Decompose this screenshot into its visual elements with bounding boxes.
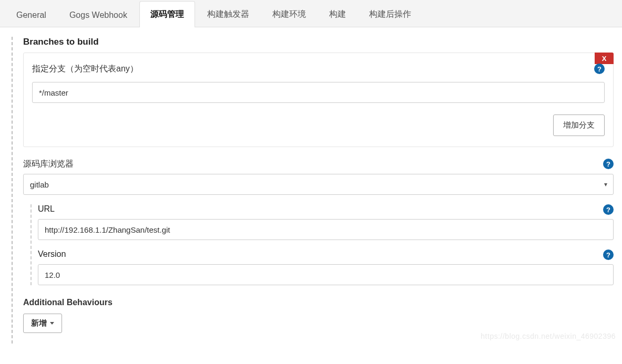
tab-scm[interactable]: 源码管理	[139, 1, 195, 27]
branch-specifier-input[interactable]	[32, 82, 605, 103]
delete-branch-button[interactable]: X	[595, 53, 614, 64]
tab-post-build[interactable]: 构建后操作	[358, 1, 422, 27]
tab-build-env[interactable]: 构建环境	[261, 1, 317, 27]
repo-browser-url-input[interactable]	[38, 219, 614, 240]
url-label: URL	[38, 204, 614, 214]
add-behaviour-label: 新增	[31, 318, 47, 328]
caret-down-icon	[50, 322, 54, 325]
branch-specifier-label: 指定分支（为空时代表any）	[32, 64, 605, 75]
tab-build-triggers[interactable]: 构建触发器	[196, 1, 260, 27]
add-branch-button[interactable]: 增加分支	[553, 115, 605, 136]
watermark-text: https://blog.csdn.net/weixin_46902396	[481, 332, 616, 340]
help-icon[interactable]	[603, 159, 614, 169]
version-label: Version	[38, 249, 614, 259]
repo-browser-fields: URL Version	[23, 204, 614, 285]
tab-build[interactable]: 构建	[318, 1, 357, 27]
repo-browser-version-input[interactable]	[38, 264, 614, 285]
repo-browser-select[interactable]: gitlab	[23, 174, 614, 195]
add-behaviour-button[interactable]: 新增	[23, 314, 62, 333]
help-icon[interactable]	[603, 249, 614, 260]
tab-gogs-webhook[interactable]: Gogs Webhook	[58, 3, 138, 27]
additional-behaviours-section: Additional Behaviours 新增	[23, 298, 614, 333]
close-icon: X	[602, 55, 607, 63]
repo-browser-section: 源码库浏览器 gitlab ▾ URL Version	[23, 159, 614, 285]
branch-specifier-panel: X 指定分支（为空时代表any） 增加分支	[23, 53, 614, 147]
config-tabs: General Gogs Webhook 源码管理 构建触发器 构建环境 构建 …	[0, 0, 622, 27]
section-guide-line	[12, 37, 13, 344]
help-icon[interactable]	[594, 64, 605, 74]
repo-browser-title: 源码库浏览器	[23, 159, 74, 168]
branches-title: Branches to build	[23, 37, 622, 47]
scm-body: Branches to build X 指定分支（为空时代表any） 增加分支 …	[0, 37, 622, 344]
additional-behaviours-title: Additional Behaviours	[23, 298, 614, 307]
repo-browser-select-wrap: gitlab ▾	[23, 174, 614, 195]
help-icon[interactable]	[603, 204, 614, 215]
tab-general[interactable]: General	[5, 3, 57, 27]
